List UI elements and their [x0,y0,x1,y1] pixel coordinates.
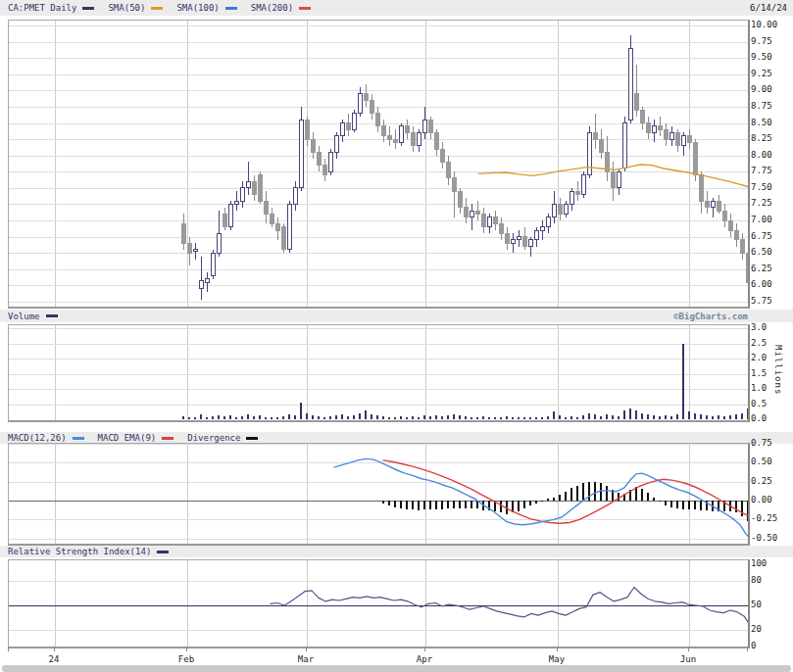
price-candlestick-chart [9,21,748,307]
rsi-axis-label: 0 [751,641,756,650]
x-axis-label-Apr: Apr [407,654,442,664]
month-tick [688,647,689,651]
price-axis-label: 9.75 [751,36,772,46]
price-legend: SMA(50)SMA(100)SMA(200) [108,3,324,13]
x-axis-label-May: May [539,654,574,664]
edge-tick [747,647,748,651]
macd-legend: MACD(12,26)MACD EMA(9)Divergence [0,433,272,443]
macd-axis-label: 0.75 [751,438,772,448]
price-axis-label: 7.75 [751,166,772,175]
macd-legend-0-dash-icon [73,437,84,440]
bottom-scroll-bar [2,665,791,672]
price-axis-label: 8.75 [751,101,772,111]
x-axis-label-Mar: Mar [288,654,323,664]
chart-date: 6/14/24 [750,3,793,13]
macd-legend-1-label: MACD EMA(9) [98,433,157,443]
macd-legend-1-dash-icon [162,437,173,440]
bigcharts-watermark: ©BigCharts.com [673,312,793,321]
rsi-axis-label: 20 [751,624,762,634]
rsi-line-chart [9,560,748,647]
macd-axis-label: 0.50 [751,456,772,466]
rsi-axis-label: 50 [751,600,762,609]
x-axis-label-24: 24 [36,654,72,664]
price-axis-label: 10.00 [751,20,777,29]
x-axis-label-Feb: Feb [169,654,204,664]
macd-axis-label: -0.25 [751,513,777,523]
price-axis-label: 6.00 [751,279,772,289]
volume-axis-label: 2.0 [751,353,767,362]
volume-axis-label: 2.5 [751,338,767,348]
price-panel [8,20,750,309]
month-tick [424,647,425,651]
price-axis-label: 8.25 [751,133,772,143]
macd-legend-2-label: Divergence [187,433,240,443]
price-axis-label: 9.00 [751,84,772,94]
symbol-dash-icon [82,7,94,10]
price-axis-label: 9.50 [751,52,772,62]
price-axis-label: 8.50 [751,118,772,127]
rsi-axis-label: 100 [751,558,767,568]
rsi-strip: Relative Strength Index(14) [0,546,793,557]
sma-legend-0-label: SMA(50) [108,3,145,13]
month-tick [54,647,55,651]
edge-tick [8,647,9,651]
volume-dash-icon [46,314,58,317]
volume-axis-label: 1.0 [751,383,767,393]
sma-legend-2-label: SMA(200) [251,3,293,13]
volume-axis-label: 0.0 [751,413,767,423]
volume-axis-label: 0.5 [751,399,767,408]
price-axis-label: 8.00 [751,150,772,160]
price-axis-label: 6.25 [751,264,772,273]
sma-legend-1-dash-icon [225,7,237,10]
macd-chart [9,444,748,544]
price-axis-label: 5.75 [751,296,772,306]
volume-axis-label: 1.5 [751,368,767,378]
sma-legend-1-label: SMA(100) [176,3,219,13]
header-legend-strip: CA:PMET Daily SMA(50)SMA(100)SMA(200) 6/… [0,0,793,16]
x-axis-label-Jun: Jun [670,654,706,664]
volume-axis-label: 3.0 [751,322,767,332]
rsi-panel [8,559,750,648]
sma-legend-0-dash-icon [151,7,163,10]
macd-legend-2-dash-icon [246,437,258,440]
macd-legend-0-label: MACD(12,26) [8,433,67,443]
macd-panel [8,443,750,546]
price-axis-label: 7.50 [751,182,772,192]
price-axis-label: 7.25 [751,198,772,208]
sma-legend-2-dash-icon [299,7,311,10]
rsi-axis-label: 80 [751,575,762,585]
macd-axis-label: -0.50 [751,533,777,543]
volume-panel [8,324,750,422]
price-axis-label: 6.50 [751,247,772,257]
volume-unit-label: Millions [773,345,783,395]
rsi-dash-icon [157,551,169,553]
symbol-label: CA:PMET Daily [0,3,76,13]
rsi-label: Relative Strength Index(14) [0,547,151,556]
price-axis-label: 7.00 [751,215,772,224]
bigcharts-stock-chart: CA:PMET Daily SMA(50)SMA(100)SMA(200) 6/… [0,0,793,672]
volume-strip: Volume ©BigCharts.com [0,310,793,322]
macd-axis-label: 0.25 [751,476,772,486]
volume-label: Volume [0,312,40,321]
month-tick [186,647,187,651]
price-axis-label: 6.75 [751,231,772,241]
volume-bar-chart [9,325,748,420]
price-axis-label: 9.25 [751,69,772,78]
month-tick [306,647,307,651]
macd-axis-label: 0.00 [751,495,772,504]
month-tick [557,647,558,651]
